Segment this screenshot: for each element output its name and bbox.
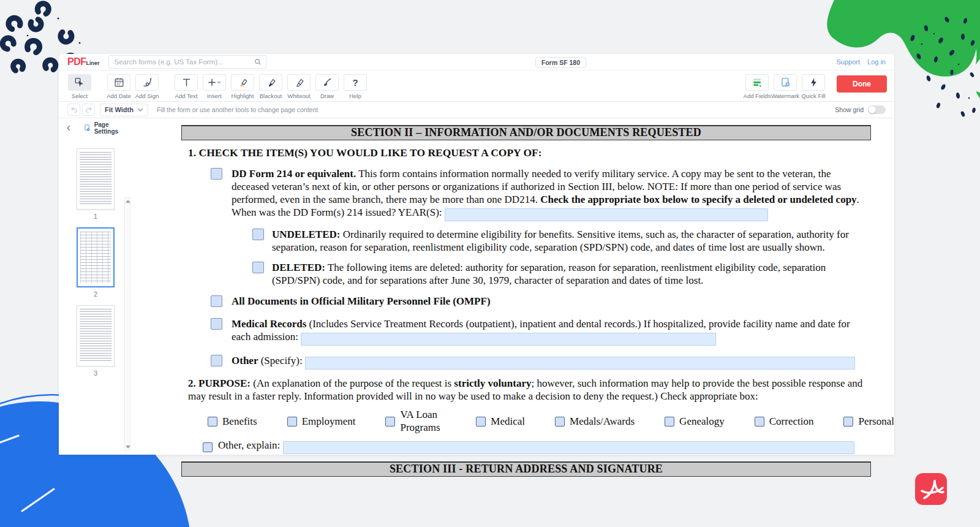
checkbox-employment[interactable] [287,417,297,427]
checkbox-undeleted[interactable] [252,229,264,240]
form-name-badge: Form SF 180 [535,57,586,68]
pdf-reader-icon [915,473,947,505]
calendar-icon [113,77,125,88]
medical-paragraph: Medical Records (Includes Service Treatm… [232,317,864,346]
tool-help[interactable]: ? Help [342,74,369,99]
undeleted-paragraph: UNDELETED: Ordinarily required to determ… [272,228,869,254]
collapse-sidebar-icon[interactable] [65,124,72,132]
tool-whiteout[interactable]: Whiteout [285,74,312,99]
checkbox-genealogy[interactable] [665,417,674,427]
page-settings-button[interactable]: Page Settings [83,121,129,135]
plus-icon [206,77,222,88]
pdfliner-logo[interactable]: PDFLiner [67,57,100,67]
highlighter-icon [237,77,249,88]
checkbox-other[interactable] [211,355,222,366]
checkbox-deleted[interactable] [252,262,264,273]
document-page: SECTION II – INFORMATION AND/OR DOCUMENT… [155,118,894,455]
other-explain-label: Other, explain: [218,439,854,454]
purpose-paragraph: 2. PURPOSE: (An explanation of the purpo… [188,377,871,403]
signature-pen-icon [141,77,153,88]
undo-button[interactable] [67,104,80,116]
other-paragraph: Other (Specify): [232,354,855,370]
cursor-icon [74,77,86,89]
tool-blackout[interactable]: Blackout [257,74,284,99]
deleted-paragraph: DELETED: The following items are deleted… [272,261,869,287]
other-explain-field[interactable] [283,441,854,454]
editor-hint-text: Fill the form or use another tools to ch… [157,106,318,113]
done-button[interactable]: Done [837,75,887,93]
watermark-icon [780,77,791,88]
item1-heading: 1. CHECK THE ITEM(S) YOU WOULD LIKE TO R… [188,146,894,159]
tool-watermark[interactable]: Watermark [772,74,799,99]
show-grid-label: Show grid [835,106,864,113]
page-thumbnail-2-selected[interactable]: 2 [59,227,132,305]
scroll-up-arrow[interactable] [126,200,130,203]
page-settings-icon [83,123,92,133]
undo-icon [70,105,78,114]
question-mark-icon: ? [352,77,358,88]
other-specify-field[interactable] [305,357,855,370]
tool-add-text[interactable]: Add Text [173,74,200,99]
checkbox-medical[interactable] [476,417,486,427]
redo-button[interactable] [82,104,95,116]
checkbox-va-loan-programs[interactable] [385,417,395,427]
tool-insert[interactable]: Insert [201,74,228,99]
admission-facility-field[interactable] [301,333,716,346]
tool-add-date[interactable]: Add Date [105,74,132,99]
tool-quick-fill[interactable]: Quick Fill [800,74,827,99]
year-issued-field[interactable] [445,208,768,221]
brush-icon [322,77,333,88]
add-fields-icon [752,77,763,88]
support-link[interactable]: Support [836,58,860,66]
sub-toolbar: Fit Width Fill the form or use another t… [59,102,894,118]
lightning-icon [808,77,820,88]
tool-select[interactable]: Select [66,74,93,99]
search-input[interactable] [108,55,266,69]
zoom-select[interactable]: Fit Width [100,104,148,116]
checkbox-personal[interactable] [843,417,853,427]
dd214-paragraph: DD Form 214 or equivalent. This form con… [232,167,864,221]
chevron-down-icon [137,108,143,112]
tool-draw[interactable]: Draw [314,74,341,99]
redo-icon [85,105,93,114]
checkbox-medals-awards[interactable] [555,417,565,427]
app-header: PDFLiner Form SF 180 Support Log in [59,54,894,70]
blackout-marker-icon [265,77,277,88]
checkbox-benefits[interactable] [208,417,217,427]
section2-header: SECTION II – INFORMATION AND/OR DOCUMENT… [181,125,871,140]
scroll-down-arrow[interactable] [126,445,130,449]
checkbox-medical-records[interactable] [211,318,222,330]
page-thumbnail-3[interactable]: 3 [59,305,132,384]
text-icon [181,77,192,88]
whiteout-marker-icon [293,77,305,88]
pages-sidebar: Page Settings 1 2 3 [59,119,132,455]
checkbox-other-explain[interactable] [203,442,213,452]
toolbar: Select Add Date [59,70,894,102]
section3-header: SECTION III - RETURN ADDRESS AND SIGNATU… [181,461,871,477]
login-link[interactable]: Log in [867,58,886,66]
checkbox-ompf[interactable] [211,295,222,307]
app-window: PDFLiner Form SF 180 Support Log in Sele… [59,54,894,455]
ompf-label: All Documents in Official Military Perso… [232,295,491,308]
search-icon[interactable] [254,58,262,66]
show-grid-toggle[interactable] [868,105,886,114]
tool-add-fields[interactable]: Add Fields [744,74,771,99]
checkbox-dd214[interactable] [211,168,222,180]
tool-highlight[interactable]: Highlight [229,74,256,99]
checkbox-correction[interactable] [755,417,764,427]
tool-add-sign[interactable]: Add Sign [134,74,160,99]
sidebar-scrollbar[interactable] [124,197,130,451]
page-thumbnail-1[interactable]: 1 [59,148,132,227]
purpose-options-row: Benefits Employment VA Loan Programs Med… [203,408,894,434]
